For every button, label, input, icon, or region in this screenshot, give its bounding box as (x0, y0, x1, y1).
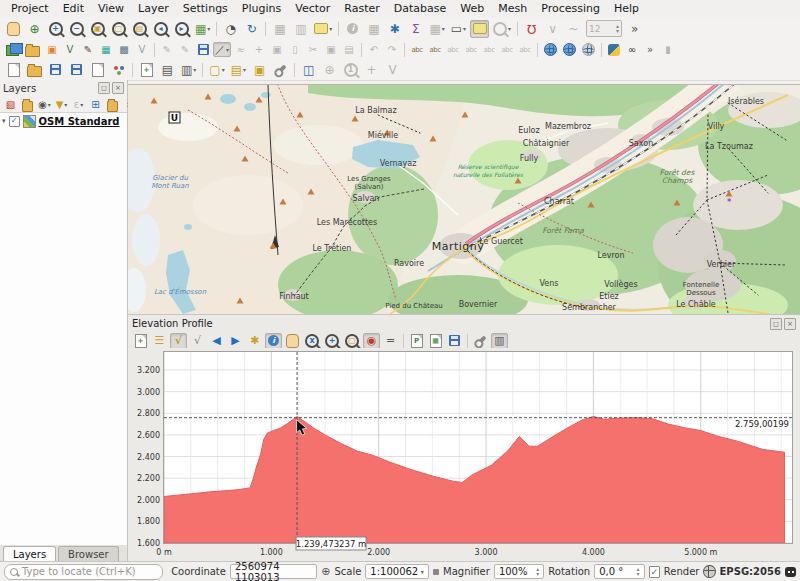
menu-project[interactable]: Project (4, 1, 56, 16)
rotation-spinbox[interactable]: 0,0 ° ▴▾ (594, 564, 644, 579)
toolbar-extension-button[interactable]: » (642, 42, 658, 57)
layer-labeling-button[interactable]: abc (409, 42, 425, 57)
layer-expander-icon[interactable]: ▾ (2, 117, 6, 125)
crs-status[interactable]: EPSG:2056 (720, 566, 781, 577)
pan-profile-button[interactable] (284, 333, 301, 349)
data-source-manager-button[interactable] (4, 42, 21, 57)
save-results-button[interactable] (446, 333, 463, 349)
pan-map-button[interactable] (4, 20, 23, 38)
messages-icon[interactable] (785, 567, 796, 577)
digitize-with-segment-button[interactable]: ／▾ (213, 42, 231, 57)
map-tips-button[interactable] (470, 20, 489, 38)
project-properties-button[interactable] (88, 61, 107, 79)
zoom-in-button[interactable]: + (323, 333, 341, 349)
layer-diagram-button[interactable]: abc (427, 42, 443, 57)
enable-snapping-button[interactable]: Ω (522, 20, 541, 38)
project-new-button[interactable] (4, 61, 23, 79)
layer-visibility-checkbox[interactable]: ✓ (9, 116, 20, 127)
clear-profile-button[interactable]: ✱ (246, 333, 263, 349)
add-vector-layer-button[interactable]: V (62, 42, 78, 57)
profile-panel-close-button[interactable]: × (784, 318, 796, 330)
add-layers-button[interactable]: + (132, 333, 149, 349)
menu-help[interactable]: Help (607, 1, 646, 16)
identify-features-button[interactable]: i (265, 333, 282, 349)
show-layer-tree-button[interactable]: ☰ (151, 333, 168, 349)
select-features-button[interactable]: ▢▾ (207, 61, 226, 79)
magnifier-spinbox[interactable]: 100% ▴▾ (494, 564, 544, 579)
scale-combobox[interactable]: 1:100062 ▾ (365, 564, 428, 579)
nudge-left-button[interactable]: ◀ (208, 333, 225, 349)
new-print-layout-button[interactable]: + (137, 61, 156, 79)
statistical-summary-button[interactable]: Σ (406, 20, 425, 38)
layers-panel-float-button[interactable]: ◻ (98, 82, 110, 94)
open-layer-styling-button[interactable]: ▧ (3, 97, 18, 112)
toolbar-extension-button[interactable]: » (625, 20, 644, 38)
pan-to-selection-button[interactable]: ⊕ (25, 20, 44, 38)
manage-map-themes-button[interactable]: ◉▾ (37, 97, 52, 112)
render-checkbox[interactable]: ✓ (649, 566, 660, 578)
processing-toolbox-button[interactable]: ✱ (385, 20, 404, 38)
export-as-pdf-button[interactable]: P (408, 333, 425, 349)
elevation-profile-chart[interactable]: 1.6001.8002.0002.2002.4002.6002.8003.000… (128, 348, 800, 563)
digitizing-size-spinbox[interactable]: 12▴▾ (586, 20, 622, 37)
zoom-to-selection-button[interactable]: ▢ (109, 20, 128, 38)
project-save-as-button[interactable] (67, 61, 86, 79)
layer-name[interactable]: OSM Standard (39, 116, 120, 127)
measure-distances-button[interactable]: = (382, 333, 399, 349)
add-geopackage-layer-button[interactable]: ▣ (44, 42, 60, 57)
tab-browser[interactable]: Browser (58, 546, 119, 562)
zoom-full-button[interactable]: ▢ (343, 333, 361, 349)
menu-processing[interactable]: Processing (534, 1, 607, 16)
style-manager-button[interactable] (109, 61, 128, 79)
metasearch-services-button[interactable] (561, 42, 578, 57)
new-map-view-button[interactable]: ▦▾ (193, 20, 212, 38)
measure-line-button[interactable]: ▭▾ (449, 20, 468, 38)
lock-scale-icon[interactable] (433, 569, 439, 575)
nudge-right-button[interactable]: ▶ (227, 333, 244, 349)
zoom-in-button[interactable]: + (46, 20, 65, 38)
snapping-button[interactable]: ◉ (363, 333, 380, 349)
profile-options-button[interactable] (472, 333, 489, 349)
zoom-full-button[interactable]: ▣ (88, 20, 107, 38)
osm-map[interactable]: U ✶ La BalmazMiévilleVernayazLes Granges… (128, 85, 800, 315)
osm-download-button[interactable]: ◫ (299, 61, 318, 79)
layout-manager-button[interactable]: ▤ (158, 61, 177, 79)
temporal-controller-button[interactable]: ◔ (221, 20, 240, 38)
menu-vector[interactable]: Vector (288, 1, 337, 16)
zoom-last-button[interactable]: ◂ (151, 20, 170, 38)
menu-web[interactable]: Web (453, 1, 491, 16)
show-layout-list-button[interactable]: ▥▾ (179, 61, 198, 79)
profile-panel-float-button[interactable]: ◻ (770, 318, 782, 330)
menu-layer[interactable]: Layer (131, 1, 176, 16)
layers-panel-close-button[interactable]: × (112, 82, 124, 94)
map-canvas[interactable]: U ✶ La BalmazMiévilleVernayazLes Granges… (128, 84, 800, 315)
coordinate-input[interactable]: 2560974 1103013 (230, 564, 317, 579)
python-console-button[interactable] (606, 42, 622, 57)
tab-layers[interactable]: Layers (3, 546, 56, 562)
menu-database[interactable]: Database (387, 1, 454, 16)
menu-settings[interactable]: Settings (176, 1, 235, 16)
add-delimited-text-layer-button[interactable]: ✎ (80, 42, 96, 57)
annotations-button[interactable]: ▾ (312, 20, 334, 38)
osm-place-search-button[interactable]: ∞ (624, 42, 640, 57)
spinner-arrows-icon[interactable]: ▴▾ (536, 567, 539, 577)
add-group-button[interactable] (20, 97, 35, 112)
zoom-next-button[interactable]: ▸ (172, 20, 191, 38)
locate-search-input[interactable]: Type to locate (Ctrl+K) (4, 564, 163, 580)
add-raster-layer-button[interactable]: ▩ (116, 42, 132, 57)
menu-view[interactable]: View (91, 1, 131, 16)
remove-layer-button[interactable] (105, 97, 120, 112)
zoom-to-layer-button[interactable]: ▤ (130, 20, 149, 38)
add-virtual-layer-button[interactable]: V (134, 42, 150, 57)
project-save-button[interactable] (46, 61, 65, 79)
zoom-x-axis-button[interactable]: x (303, 333, 321, 349)
menu-plugins[interactable]: Plugins (235, 1, 288, 16)
expand-all-button[interactable]: ⊞ (88, 97, 103, 112)
add-ogc-layer-button[interactable] (23, 42, 42, 57)
project-open-button[interactable] (25, 61, 44, 79)
deselect-features-button[interactable]: ▣ (250, 61, 269, 79)
capture-curve-from-feature-button[interactable]: √ (189, 333, 206, 349)
capture-curve-button[interactable]: √ (170, 333, 187, 349)
mouse-position-icon[interactable]: ⊕ (321, 566, 330, 577)
spinner-arrows-icon[interactable]: ▴▾ (637, 567, 640, 577)
